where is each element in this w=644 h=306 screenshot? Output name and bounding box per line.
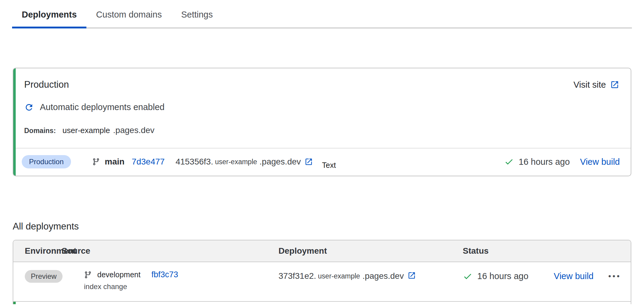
production-environment-badge: Production [22,155,71,168]
deployments-table: Environment Source Deployment Status Pre… [13,240,631,304]
tab-custom-domains[interactable]: Custom domains [86,0,172,28]
table-header-row: Environment Source Deployment Status [13,240,631,262]
git-branch-icon [92,158,100,166]
deployment-url-suffix: .pages.dev [259,157,301,167]
open-deployment-link[interactable] [407,271,416,280]
visit-site-link[interactable]: Visit site [574,80,619,90]
auto-deployments-text: Automatic deployments enabled [40,102,165,112]
view-build-link[interactable]: View build [554,271,594,281]
external-link-icon [610,80,619,89]
branch-name: main [105,157,124,167]
deployment-time: 16 hours ago [477,271,528,281]
auto-deployments-row: Automatic deployments enabled [24,102,619,112]
deployment-time: 16 hours ago [519,157,570,167]
success-check-icon [504,157,514,167]
commit-link[interactable]: 7d3e477 [132,157,165,167]
production-card: Production Visit site Automatic deployme… [13,68,631,176]
view-build-link[interactable]: View build [580,157,620,167]
deployment-url-name: user-example [215,158,257,166]
production-deployment-row: Production main 7d3e477 415356f3. user-e… [13,148,631,176]
open-deployment-link[interactable] [304,158,313,166]
domain-name: user-example [63,126,110,135]
column-header-deployment: Deployment [279,246,463,256]
commit-link[interactable]: fbf3c73 [151,270,178,279]
production-card-top: Production Visit site Automatic deployme… [13,68,631,148]
visit-site-label: Visit site [574,80,606,90]
tab-settings[interactable]: Settings [172,0,223,28]
annotation-text: Text [322,161,336,170]
ellipsis-menu-icon[interactable]: ••• [608,271,621,281]
refresh-icon [24,103,34,112]
tab-bar: Deployments Custom domains Settings [12,0,632,28]
all-deployments-title: All deployments [13,221,631,232]
domains-label: Domains: [24,127,56,135]
success-check-icon [463,272,472,281]
production-card-title: Production [24,79,69,90]
deployment-url-name: user-example [318,272,360,280]
deployment-url: 373f31e2. user-example .pages.dev [279,271,404,281]
deployment-url-hash: 373f31e2. [279,271,316,281]
external-link-icon [407,271,416,280]
next-row-partial [13,302,631,304]
column-header-status: Status [463,246,631,256]
deployment-url-suffix: .pages.dev [362,271,404,281]
table-row: Preview development fbf3c73 index change… [13,262,631,302]
commit-message: index change [84,282,279,291]
preview-environment-badge: Preview [25,270,63,283]
column-header-environment: Environment [13,246,62,256]
domain-suffix: .pages.dev [113,125,154,135]
branch-name: development [97,270,140,279]
deployment-url: 415356f3. user-example .pages.dev [175,157,301,167]
deployment-url-hash: 415356f3. [175,157,213,167]
production-row-indicator [13,302,16,304]
external-link-icon [304,158,313,166]
domains-row: Domains: user-example .pages.dev [24,125,619,135]
tab-deployments[interactable]: Deployments [12,0,86,28]
column-header-source: Source [62,246,279,256]
git-branch-icon [84,271,92,279]
